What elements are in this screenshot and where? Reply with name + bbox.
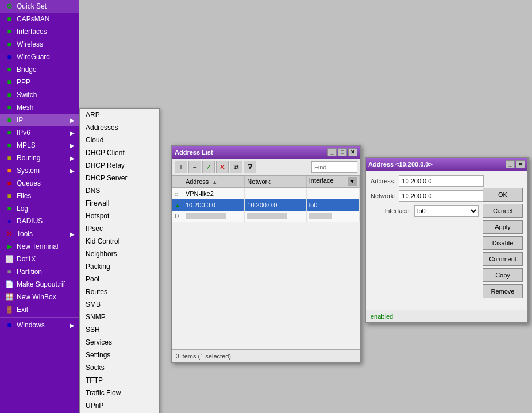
submenu-dhcp-server[interactable]: DHCP Server bbox=[80, 172, 159, 184]
sidebar-item-make-supout[interactable]: 📄 Make Supout.rif bbox=[0, 278, 79, 291]
search-input[interactable] bbox=[311, 161, 357, 173]
sidebar-item-label: RADIUS bbox=[17, 217, 43, 225]
col-interface[interactable]: Interface ▼ bbox=[306, 176, 359, 188]
sidebar-item-dot1x[interactable]: ⬜ Dot1X bbox=[0, 253, 79, 265]
submenu-dhcp-relay[interactable]: DHCP Relay bbox=[80, 159, 159, 172]
sidebar-item-system[interactable]: ■ System ▶ bbox=[0, 164, 79, 177]
submenu-addresses[interactable]: Addresses bbox=[80, 121, 159, 134]
disable-button[interactable]: Disable bbox=[483, 236, 523, 250]
remove-button[interactable]: Remove bbox=[483, 284, 523, 298]
sidebar-item-label: MPLS bbox=[17, 141, 36, 149]
sidebar-item-quick-set[interactable]: ⚙ Quick Set bbox=[0, 0, 79, 13]
submenu-arp[interactable]: ARP bbox=[80, 109, 159, 121]
sidebar-item-queues[interactable]: ■ Queues bbox=[0, 177, 79, 190]
address-table-container: Address ▲ Network Interface ▼ ::: VPN-li… bbox=[172, 176, 360, 349]
routing-arrow-icon: ▶ bbox=[70, 155, 75, 161]
submenu-ipsec[interactable]: IPsec bbox=[80, 222, 159, 235]
submenu-packing[interactable]: Packing bbox=[80, 260, 159, 273]
ok-button[interactable]: OK bbox=[483, 188, 523, 202]
sidebar-item-switch[interactable]: ■ Switch bbox=[0, 88, 79, 101]
cancel-button[interactable]: Cancel bbox=[483, 204, 523, 218]
submenu-dns[interactable]: DNS bbox=[80, 184, 159, 197]
capsman-icon: ■ bbox=[5, 14, 14, 24]
sidebar-item-files[interactable]: ■ Files bbox=[0, 190, 79, 202]
submenu-snmp[interactable]: SNMP bbox=[80, 311, 159, 323]
sidebar-item-new-winbox[interactable]: 🪟 New WinBox bbox=[0, 291, 79, 303]
sidebar-item-new-terminal[interactable]: ▶ New Terminal bbox=[0, 240, 79, 253]
filter-button[interactable]: ⊽ bbox=[244, 161, 256, 173]
address-list-minimize-button[interactable]: _ bbox=[327, 148, 337, 156]
row-indicator: D bbox=[172, 211, 183, 222]
submenu-cloud[interactable]: Cloud bbox=[80, 134, 159, 146]
sidebar-item-mesh[interactable]: ■ Mesh bbox=[0, 101, 79, 114]
apply-button[interactable]: Apply bbox=[483, 220, 523, 234]
files-icon: ■ bbox=[5, 191, 14, 200]
switch-icon: ■ bbox=[5, 90, 14, 99]
sidebar-item-label: Files bbox=[17, 192, 31, 200]
submenu-pool[interactable]: Pool bbox=[80, 273, 159, 285]
sidebar-item-ppp[interactable]: ■ PPP bbox=[0, 76, 79, 88]
submenu-dhcp-client[interactable]: DHCP Client bbox=[80, 146, 159, 159]
submenu-upnp[interactable]: UPnP bbox=[80, 399, 159, 412]
tools-arrow-icon: ▶ bbox=[70, 231, 75, 237]
disable-address-button[interactable]: ✕ bbox=[216, 161, 229, 173]
table-row[interactable]: ▲ 10.200.0.0 10.200.0.0 lo0 bbox=[172, 199, 360, 211]
ip-submenu: ARP Addresses Cloud DHCP Client DHCP Rel… bbox=[79, 108, 160, 413]
col-address[interactable]: Address ▲ bbox=[183, 176, 244, 188]
sidebar-item-radius[interactable]: ● RADIUS bbox=[0, 215, 79, 227]
sidebar-item-bridge[interactable]: ■ Bridge bbox=[0, 63, 79, 76]
sidebar-item-mpls[interactable]: ■ MPLS ▶ bbox=[0, 139, 79, 152]
sidebar-item-label: Exit bbox=[17, 306, 28, 314]
add-address-button[interactable]: + bbox=[175, 161, 187, 173]
sidebar-item-label: New WinBox bbox=[17, 293, 56, 301]
queues-icon: ■ bbox=[5, 179, 14, 188]
submenu-firewall[interactable]: Firewall bbox=[80, 197, 159, 210]
submenu-tftp[interactable]: TFTP bbox=[80, 374, 159, 387]
remove-address-button[interactable]: − bbox=[188, 161, 201, 173]
sidebar-item-label: Bridge bbox=[17, 65, 37, 74]
sidebar-item-tools[interactable]: ✕ Tools ▶ bbox=[0, 227, 79, 240]
submenu-socks[interactable]: Socks bbox=[80, 361, 159, 374]
sidebar-item-log[interactable]: ■ Log bbox=[0, 202, 79, 215]
sidebar-item-interfaces[interactable]: ■ Interfaces bbox=[0, 25, 79, 38]
submenu-hotspot[interactable]: Hotspot bbox=[80, 210, 159, 222]
sidebar-item-ip[interactable]: ■ IP ▶ bbox=[0, 114, 79, 126]
sidebar-item-exit[interactable]: 🚪 Exit bbox=[0, 303, 79, 316]
sidebar-item-capsman[interactable]: ■ CAPsMAN bbox=[0, 13, 79, 25]
address-list-close-button[interactable]: ✕ bbox=[348, 148, 357, 156]
row-address bbox=[183, 211, 244, 222]
address-detail-close-button[interactable]: ✕ bbox=[516, 160, 525, 168]
address-detail-window: Address <10.200.0.0> _ ✕ Address: Networ… bbox=[365, 157, 529, 323]
submenu-ssh[interactable]: SSH bbox=[80, 323, 159, 336]
enable-address-button[interactable]: ✓ bbox=[202, 161, 215, 173]
sidebar-item-wireguard[interactable]: ■ WireGuard bbox=[0, 51, 79, 63]
row-interface bbox=[306, 188, 359, 199]
table-row[interactable]: ::: VPN-like2 bbox=[172, 188, 360, 199]
table-row[interactable]: D bbox=[172, 211, 360, 222]
copy-address-button[interactable]: ⧉ bbox=[230, 161, 242, 173]
submenu-kid-control[interactable]: Kid Control bbox=[80, 235, 159, 248]
submenu-smb[interactable]: SMB bbox=[80, 298, 159, 311]
interface-select[interactable]: lo0 bbox=[414, 205, 479, 217]
comment-button[interactable]: Comment bbox=[483, 252, 523, 266]
network-input[interactable] bbox=[399, 190, 483, 202]
address-detail-minimize-button[interactable]: _ bbox=[506, 160, 515, 168]
col-network[interactable]: Network bbox=[245, 176, 306, 188]
sidebar-item-ipv6[interactable]: ■ IPv6 ▶ bbox=[0, 126, 79, 139]
address-list-maximize-button[interactable]: □ bbox=[338, 148, 347, 156]
submenu-routes[interactable]: Routes bbox=[80, 285, 159, 298]
sidebar-item-routing[interactable]: ■ Routing ▶ bbox=[0, 152, 79, 164]
submenu-settings[interactable]: Settings bbox=[80, 349, 159, 361]
submenu-services[interactable]: Services bbox=[80, 336, 159, 349]
submenu-traffic-flow[interactable]: Traffic Flow bbox=[80, 387, 159, 399]
sidebar-item-wireless[interactable]: ■ Wireless bbox=[0, 38, 79, 51]
address-list-footer: 3 items (1 selected) bbox=[172, 349, 360, 362]
sidebar: ⚙ Quick Set ■ CAPsMAN ■ Interfaces ■ Wir… bbox=[0, 0, 79, 413]
row-network bbox=[245, 188, 306, 199]
sidebar-item-partition[interactable]: ■ Partition bbox=[0, 265, 79, 278]
row-address: 10.200.0.0 bbox=[183, 199, 244, 211]
sidebar-item-windows[interactable]: ■ Windows ▶ bbox=[0, 319, 79, 331]
address-input[interactable] bbox=[399, 175, 484, 187]
submenu-neighbors[interactable]: Neighbors bbox=[80, 248, 159, 260]
copy-button[interactable]: Copy bbox=[483, 268, 523, 282]
